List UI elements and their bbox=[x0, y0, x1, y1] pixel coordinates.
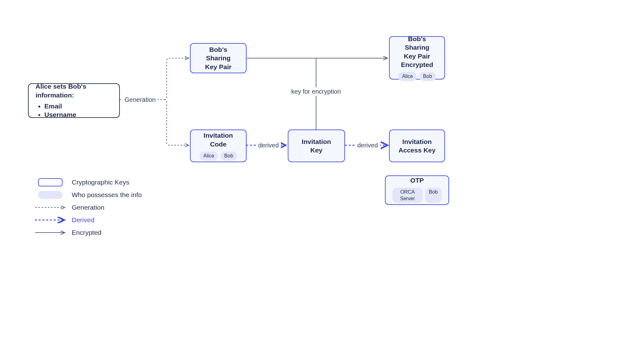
node-line3: Encrypted bbox=[401, 60, 433, 69]
node-invitation-access-key: Invitation Access Key bbox=[389, 130, 445, 162]
node-alice-info: Alice sets Bob's information: Email User… bbox=[28, 83, 120, 118]
edge-generation-up bbox=[164, 58, 189, 100]
legend-label: Derived bbox=[72, 216, 94, 224]
edge-label-derived-2: derived bbox=[355, 141, 380, 150]
legend-derived: Derived bbox=[35, 215, 142, 225]
node-title: Invitation Key bbox=[295, 137, 337, 155]
node-title: OTP bbox=[410, 176, 424, 185]
legend-label: Generation bbox=[72, 204, 104, 211]
node-title: Invitation Code bbox=[198, 131, 239, 148]
node-invitation-code: Invitation Code Alice Bob bbox=[190, 130, 247, 162]
node-subtitle: Key Pair bbox=[205, 63, 231, 71]
legend-encrypted-line-icon bbox=[35, 229, 66, 236]
edge-generation-down bbox=[164, 100, 189, 145]
legend-label: Who possesses the info bbox=[72, 191, 142, 199]
legend-possesses: Who possesses the info bbox=[35, 190, 142, 200]
possessor-tag: ORCA Server bbox=[392, 188, 423, 203]
node-title: Alice sets Bob's information: bbox=[36, 82, 112, 99]
possessor-tag: Alice bbox=[199, 152, 218, 161]
legend-label: Cryptographic Keys bbox=[72, 179, 129, 186]
legend-derived-line-icon bbox=[35, 217, 66, 223]
legend-generation: Generation bbox=[35, 203, 142, 212]
node-bob-keypair: Bob's Sharing Key Pair bbox=[190, 43, 247, 73]
node-subtitle: Access Key bbox=[398, 146, 436, 154]
edge-label-derived-1: derived bbox=[256, 141, 281, 150]
alice-info-item: Email bbox=[44, 102, 76, 110]
possessor-tag: Bob bbox=[220, 152, 237, 161]
possessor-tag: Bob bbox=[425, 188, 442, 203]
node-title: Invitation bbox=[402, 137, 431, 146]
possessor-tag: Alice bbox=[398, 72, 417, 81]
node-bob-keypair-encrypted: Bob's Sharing Key Pair Encrypted Alice B… bbox=[389, 36, 445, 80]
legend-encrypted: Encrypted bbox=[35, 228, 142, 237]
edge-label-key-for-encryption: key for encryption bbox=[289, 87, 343, 96]
legend-box-icon bbox=[38, 178, 63, 186]
alice-info-item: Username bbox=[44, 110, 76, 119]
alice-info-list: Email Username bbox=[36, 102, 76, 119]
possessor-tag: Bob bbox=[419, 72, 436, 81]
legend-label: Encrypted bbox=[72, 229, 102, 236]
node-line2: Key Pair bbox=[404, 52, 430, 60]
legend-generation-line-icon bbox=[35, 204, 66, 211]
legend-crypto-keys: Cryptographic Keys bbox=[35, 178, 142, 187]
node-title: Bob's Sharing bbox=[198, 45, 239, 63]
node-title: Bob's Sharing bbox=[397, 35, 437, 52]
node-invitation-key: Invitation Key bbox=[288, 130, 345, 162]
legend: Cryptographic Keys Who possesses the inf… bbox=[35, 178, 142, 240]
edge-label-generation: Generation bbox=[123, 96, 158, 104]
legend-pill-icon bbox=[38, 191, 63, 199]
node-otp: OTP ORCA Server Bob bbox=[385, 175, 449, 205]
